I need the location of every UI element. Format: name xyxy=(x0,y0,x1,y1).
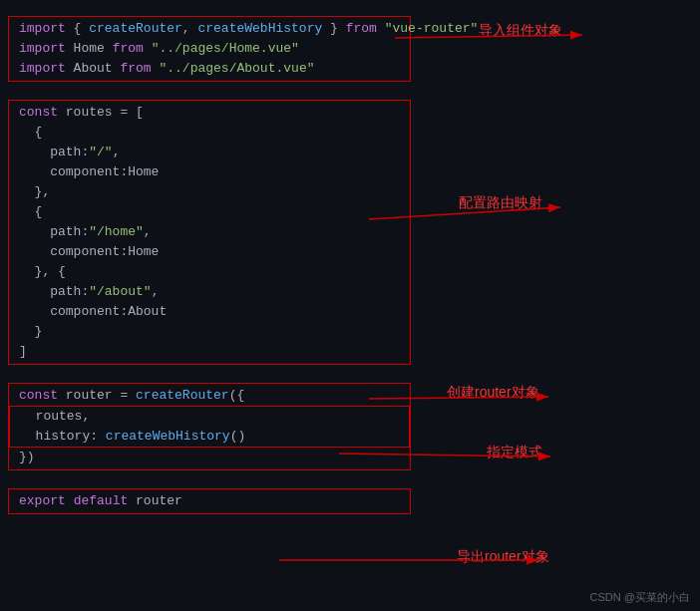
code-line: }, { xyxy=(9,262,410,282)
code-line: export default router xyxy=(9,491,410,511)
code-line: const routes = [ xyxy=(9,103,410,123)
code-line: import About from "../pages/About.vue" xyxy=(9,59,410,79)
code-line: import { createRouter, createWebHistory … xyxy=(9,19,410,39)
annotation-router-obj: 创建router对象 xyxy=(447,384,539,402)
code-line: const router = createRouter({ xyxy=(9,386,410,406)
code-line: ] xyxy=(9,342,410,362)
imports-box: import { createRouter, createWebHistory … xyxy=(8,16,411,82)
code-area: import { createRouter, createWebHistory … xyxy=(0,0,419,611)
annotation-mode: 指定模式 xyxy=(487,444,542,461)
code-line: routes, xyxy=(10,407,409,427)
annotation-export: 导出router对象 xyxy=(457,548,549,566)
annotation-import: 导入组件对象 xyxy=(479,22,562,40)
annotation-area: 导入组件对象 配置路由映射 创建router对象 指定模式 导出router对象 xyxy=(419,0,700,611)
code-line: } xyxy=(9,322,410,342)
routes-box: const routes = [ { path:"/", component:H… xyxy=(8,100,411,365)
code-line: path:"/about", xyxy=(9,282,410,302)
code-line: { xyxy=(9,123,410,143)
annotation-routes: 配置路由映射 xyxy=(459,194,542,212)
code-line: { xyxy=(9,202,410,222)
main-container: import { createRouter, createWebHistory … xyxy=(0,0,700,611)
code-line: path:"/", xyxy=(9,143,410,162)
router-outer-box: const router = createRouter({ routes, hi… xyxy=(8,383,411,470)
code-line: }) xyxy=(9,448,410,467)
export-box: export default router xyxy=(8,488,411,514)
code-line: path:"/home", xyxy=(9,222,410,242)
watermark: CSDN @买菜的小白 xyxy=(590,590,690,605)
router-inner-box: routes, history: createWebHistory() xyxy=(9,406,410,448)
code-line: component:Home xyxy=(9,162,410,182)
code-line: component:About xyxy=(9,302,410,322)
code-line: import Home from "../pages/Home.vue" xyxy=(9,39,410,59)
code-line: component:Home xyxy=(9,242,410,262)
code-line: }, xyxy=(9,182,410,202)
code-line: history: createWebHistory() xyxy=(10,427,409,447)
